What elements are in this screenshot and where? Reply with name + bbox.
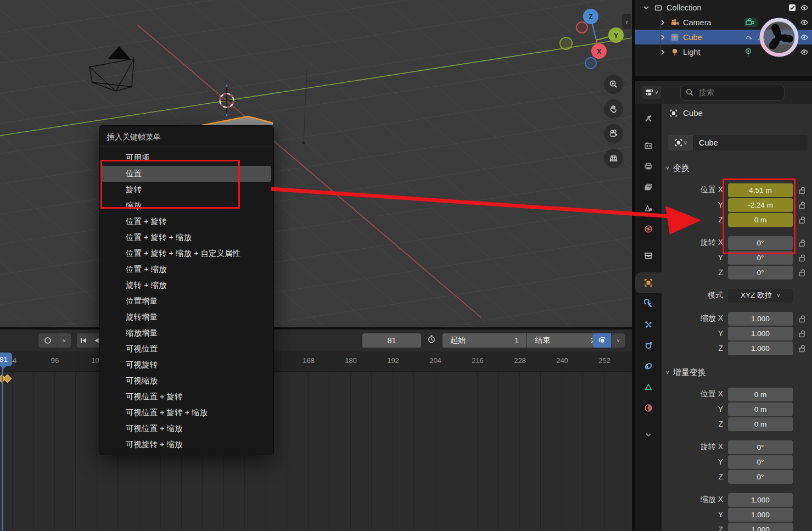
menu-item[interactable]: 缩放 [102, 198, 271, 214]
keying-set-dropdown[interactable]: ˅ [57, 333, 71, 348]
eye-icon[interactable] [800, 3, 809, 12]
zoom-button[interactable] [604, 75, 623, 94]
gizmo-x-axis[interactable]: X [591, 43, 607, 59]
number-field[interactable]: 1.000 [728, 508, 793, 522]
pan-button[interactable] [604, 99, 623, 119]
editor-divider[interactable] [635, 76, 812, 81]
menu-item[interactable]: 位置 + 旋转 + 缩放 [102, 230, 271, 245]
playhead-frame-badge[interactable]: 81 [0, 353, 12, 366]
gizmo-y-axis[interactable]: Y [608, 27, 624, 43]
lock-open-icon[interactable] [797, 216, 808, 224]
lock-open-icon[interactable] [797, 201, 808, 209]
tab-scene-icon[interactable] [635, 198, 662, 219]
menu-item[interactable]: 可视缩放 [102, 373, 271, 389]
tab-physics-icon[interactable] [635, 335, 662, 356]
camera-view-button[interactable] [604, 124, 623, 143]
eye-icon[interactable] [800, 48, 809, 57]
delta-transform-panel-header[interactable]: ˅ 增量变换 [666, 367, 706, 378]
lock-open-icon[interactable] [797, 269, 808, 277]
number-field[interactable]: -2.24 m [728, 198, 793, 212]
chevron-down-icon[interactable] [642, 3, 651, 12]
auto-keyframe-record-button[interactable] [38, 333, 57, 348]
menu-item[interactable]: 可视旋转 [102, 357, 271, 373]
gizmo-z-axis[interactable]: Z [583, 9, 598, 24]
eye-icon[interactable] [800, 18, 809, 27]
tab-particles-icon[interactable] [635, 314, 662, 335]
lock-open-icon[interactable] [797, 186, 808, 194]
gizmo-neg-y-axis[interactable] [559, 37, 573, 50]
number-field[interactable]: 0° [728, 266, 793, 280]
timeline-ruler[interactable]: 8496108120132144156168180192204216228240… [0, 351, 632, 371]
menu-item[interactable]: 可视位置 + 旋转 [102, 389, 271, 405]
chevron-right-icon[interactable] [658, 18, 667, 27]
current-frame-field[interactable]: 81 [362, 333, 421, 348]
sync-dropdown[interactable]: ˅ [611, 333, 625, 348]
lock-open-icon[interactable] [797, 344, 808, 353]
lock-open-icon[interactable] [797, 315, 808, 323]
tab-modifier-icon[interactable] [635, 293, 662, 314]
menu-item[interactable]: 旋转增量 [102, 309, 271, 325]
sidebar-collapse-button[interactable]: ‹ [622, 14, 631, 29]
3d-viewport[interactable]: Z Y X ‹ [0, 0, 632, 327]
menu-item[interactable]: 旋转 [102, 182, 271, 198]
menu-item[interactable]: 位置 + 缩放 [102, 261, 271, 277]
gizmo-neg-z-axis[interactable] [585, 57, 597, 69]
gizmo-neg-x-axis[interactable] [576, 21, 588, 33]
tab-more-button[interactable] [635, 424, 662, 445]
sync-toggle-button[interactable] [593, 333, 611, 348]
menu-item[interactable]: 可用项 [102, 150, 271, 166]
number-field[interactable]: 0 m [728, 388, 793, 401]
outliner-item-collection[interactable]: Collection [635, 0, 812, 15]
menu-item[interactable]: 可视旋转 + 缩放 [102, 437, 271, 452]
timeline-editor[interactable]: ˅ 81 起始 1 结束 250 ˅ [0, 329, 632, 531]
number-field[interactable]: 0 m [728, 213, 793, 227]
chevron-right-icon[interactable] [658, 48, 667, 57]
tab-material-icon[interactable] [635, 398, 662, 418]
menu-item[interactable]: 位置增量 [102, 293, 271, 309]
orthographic-toggle-button[interactable] [604, 149, 623, 168]
number-field[interactable]: 0° [728, 455, 793, 469]
number-field[interactable]: 0° [728, 470, 793, 484]
number-field[interactable]: 1.000 [728, 523, 793, 531]
tab-object-data-icon[interactable] [635, 377, 662, 398]
number-field[interactable]: 1.000 [728, 493, 793, 507]
number-field[interactable]: 0 m [728, 403, 793, 416]
camera-object[interactable] [89, 46, 134, 91]
datablock-name-field[interactable]: Cube [693, 135, 808, 150]
datablock-browse-button[interactable]: ˅ [668, 135, 693, 150]
tab-render-icon[interactable] [635, 135, 662, 156]
lock-open-icon[interactable] [797, 254, 808, 262]
menu-item[interactable]: 可视位置 [102, 341, 271, 357]
number-field[interactable]: 4.51 m [728, 183, 793, 197]
number-field[interactable]: 1.000 [728, 342, 793, 355]
number-field[interactable]: 0 m [728, 417, 793, 431]
timeline-tracks[interactable] [0, 371, 632, 531]
menu-item[interactable]: 旋转 + 缩放 [102, 277, 271, 293]
tab-object-icon[interactable] [635, 272, 662, 293]
menu-item[interactable]: 可视位置 + 缩放 [102, 421, 271, 437]
eye-icon[interactable] [800, 33, 809, 42]
menu-item[interactable]: 缩放增量 [102, 325, 271, 341]
tab-collection-props-icon[interactable] [635, 245, 662, 266]
search-input[interactable] [698, 87, 780, 97]
chevron-right-icon[interactable] [658, 33, 667, 42]
start-frame-field[interactable]: 起始 1 [443, 333, 527, 348]
editor-type-button[interactable]: ˅ [642, 86, 661, 99]
number-field[interactable]: 0° [728, 251, 793, 265]
tab-tool-icon[interactable] [635, 108, 662, 129]
rotation-mode-select[interactable]: XYZ 欧拉˅ [728, 289, 793, 303]
tab-view-layer-icon[interactable] [635, 177, 662, 198]
lock-open-icon[interactable] [797, 239, 808, 247]
number-field[interactable]: 1.000 [728, 327, 793, 340]
number-field[interactable]: 0° [728, 236, 793, 250]
light-object[interactable] [303, 142, 305, 144]
properties-search[interactable] [680, 85, 785, 100]
transform-panel-header[interactable]: ˅ 变换 [666, 163, 690, 174]
breadcrumb[interactable]: Cube [669, 108, 703, 118]
tab-output-icon[interactable] [635, 156, 662, 177]
tab-world-icon[interactable] [635, 219, 662, 239]
number-field[interactable]: 0° [728, 440, 793, 454]
tab-constraint-icon[interactable] [635, 356, 662, 377]
checkbox-icon[interactable] [788, 3, 797, 12]
playhead[interactable] [2, 364, 3, 531]
